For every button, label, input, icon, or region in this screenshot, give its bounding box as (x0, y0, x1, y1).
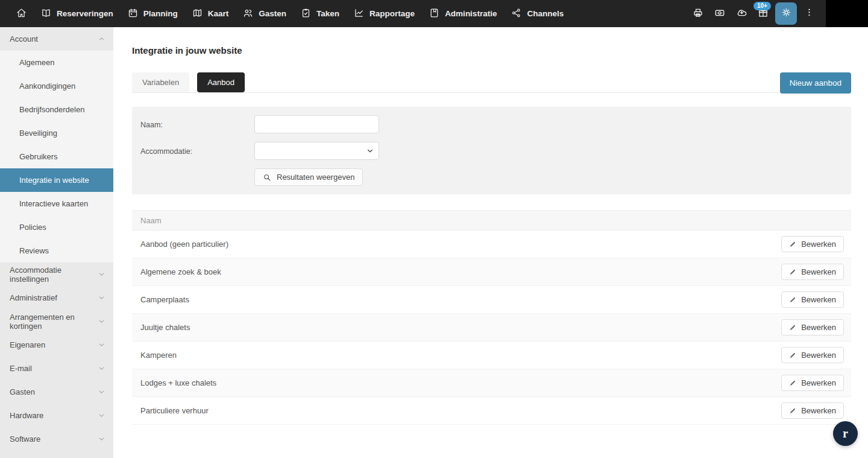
accommodatie-select[interactable] (254, 142, 379, 160)
line-chart-icon (354, 8, 364, 20)
settings-sidebar: Account Algemeen Aankondigingen Bedrijfs… (0, 27, 113, 458)
row-name: Camperplaats (140, 295, 189, 304)
map-icon (192, 8, 203, 20)
sidebar-item-policies[interactable]: Policies (0, 215, 113, 239)
edit-button[interactable]: Bewerken (781, 402, 844, 419)
sidebar-item-gebruikers[interactable]: Gebruikers (0, 145, 113, 168)
pencil-icon (789, 407, 796, 415)
table-header-row: Naam (132, 210, 851, 231)
item-label: Beveiliging (19, 129, 57, 138)
item-label: Bedrijfsonderdelen (19, 105, 84, 114)
button-label: Resultaten weergeven (277, 173, 354, 182)
nav-label: Gasten (259, 9, 286, 18)
tab-variabelen[interactable]: Variabelen (132, 72, 189, 92)
nav-label: Kaart (208, 9, 229, 18)
row-name: Particuliere verhuur (140, 406, 209, 415)
sidebar-item-beveiliging[interactable]: Beveiliging (0, 121, 113, 145)
edit-button[interactable]: Bewerken (781, 291, 844, 308)
chevron-down-icon (366, 147, 374, 155)
cash-register-button[interactable] (709, 0, 731, 27)
main-content: Integratie in jouw website Nieuw aanbod … (113, 27, 868, 458)
edit-button[interactable]: Bewerken (781, 236, 844, 252)
button-label: Bewerken (801, 295, 836, 304)
nav-administratie[interactable]: Administratie (422, 0, 504, 27)
sidebar-item-algemeen[interactable]: Algemeen (0, 51, 113, 74)
cloud-download-button[interactable] (731, 0, 752, 27)
nav-kaart[interactable]: Kaart (185, 0, 236, 27)
sidebar-section-arrangementen-en-kortingen[interactable]: Arrangementen en kortingen (0, 310, 113, 333)
button-label: Bewerken (801, 240, 836, 249)
sidebar-section-accommodatie-instellingen[interactable]: Accommodatie instellingen (0, 262, 113, 286)
table-row: Camperplaats Bewerken (132, 286, 851, 314)
whats-new-button[interactable]: 10+ (752, 0, 774, 27)
search-icon (263, 173, 271, 182)
share-nodes-icon (511, 8, 521, 20)
item-label: Policies (19, 223, 46, 232)
pencil-icon (789, 269, 796, 276)
item-label: Integratie in website (19, 176, 89, 185)
sidebar-item-aankondigingen[interactable]: Aankondigingen (0, 74, 113, 98)
table-row: Algemene zoek & boek Bewerken (132, 258, 851, 286)
banknote-icon (714, 7, 725, 21)
sidebar-item-integratie-in-website[interactable]: Integratie in website (0, 168, 113, 192)
sidebar-item-bedrijfsonderdelen[interactable]: Bedrijfsonderdelen (0, 98, 113, 121)
sidebar-item-interactieve-kaarten[interactable]: Interactieve kaarten (0, 192, 113, 215)
nav-reserveringen[interactable]: Reserveringen (34, 0, 121, 27)
nav-label: Reserveringen (57, 9, 113, 18)
edit-button[interactable]: Bewerken (781, 319, 844, 336)
nav-channels[interactable]: Channels (504, 0, 571, 27)
settings-button[interactable] (775, 2, 797, 25)
table-row: Aanbod (geen particulier) Bewerken (132, 231, 851, 258)
naam-form-row: Naam: (140, 115, 843, 133)
sidebar-section-administratief[interactable]: Administratief (0, 286, 113, 310)
button-label: Bewerken (801, 351, 836, 360)
book-icon (41, 8, 51, 20)
section-label: Account (10, 34, 38, 43)
edit-button[interactable]: Bewerken (781, 347, 844, 363)
sidebar-section-software[interactable]: Software (0, 427, 113, 451)
new-aanbod-button[interactable]: Nieuw aanbod (780, 72, 851, 94)
section-label: Eigenaren (10, 340, 45, 349)
naam-input[interactable] (254, 115, 379, 133)
main-menu: Reserveringen Planning Kaart Gasten Take… (0, 0, 571, 27)
table-row: Kamperen Bewerken (132, 342, 851, 369)
chevron-down-icon (98, 294, 105, 302)
clipboard-check-icon (301, 8, 311, 20)
sidebar-section-hardware[interactable]: Hardware (0, 404, 113, 427)
sidebar-section-email[interactable]: E-mail (0, 357, 113, 380)
pencil-icon (789, 241, 796, 248)
printer-button[interactable] (687, 0, 709, 27)
chevron-down-icon (98, 270, 105, 278)
chat-widget-button[interactable]: r (833, 421, 858, 446)
cloud-download-icon (736, 7, 747, 21)
nav-planning[interactable]: Planning (121, 0, 185, 27)
show-results-button[interactable]: Resultaten weergeven (254, 168, 363, 186)
chevron-down-icon (98, 317, 105, 325)
nav-taken[interactable]: Taken (294, 0, 347, 27)
navbar-utilities: 10+ (687, 0, 868, 27)
sidebar-section-account[interactable]: Account (0, 27, 113, 51)
pencil-icon (789, 324, 796, 331)
nav-gasten[interactable]: Gasten (236, 0, 294, 27)
sidebar-section-gasten[interactable]: Gasten (0, 380, 113, 404)
gear-icon (781, 7, 792, 21)
tab-aanbod[interactable]: Aanbod (197, 72, 245, 92)
button-label: Bewerken (801, 267, 836, 276)
edit-button[interactable]: Bewerken (781, 375, 844, 391)
section-label: Software (10, 434, 40, 444)
chevron-down-icon (98, 341, 105, 349)
row-name: Algemene zoek & boek (140, 267, 221, 276)
overflow-menu-button[interactable] (798, 0, 820, 27)
section-label: Gasten (10, 387, 35, 396)
nav-rapportage[interactable]: Rapportage (347, 0, 422, 27)
sidebar-item-reviews[interactable]: Reviews (0, 239, 113, 262)
row-name: Lodges + luxe chalets (140, 378, 216, 387)
nav-home[interactable] (9, 0, 34, 27)
item-label: Reviews (19, 246, 49, 255)
button-label: Bewerken (801, 406, 836, 415)
sidebar-section-eigenaren[interactable]: Eigenaren (0, 333, 113, 357)
edit-button[interactable]: Bewerken (781, 264, 844, 280)
item-label: Algemeen (19, 58, 55, 67)
journal-icon (429, 8, 439, 20)
calendar-icon (128, 8, 138, 20)
